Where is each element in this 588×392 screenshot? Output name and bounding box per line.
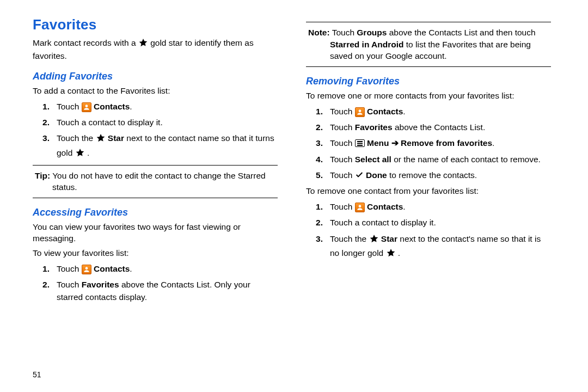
removing-lead2: To remove one contact from your favorite…: [306, 186, 551, 197]
list-item: Touch Contacts.: [306, 200, 551, 213]
gold-star-icon: [75, 148, 85, 161]
tip-label: Tip:: [35, 171, 50, 180]
contacts-icon: [82, 265, 91, 274]
check-icon: [355, 170, 364, 182]
grey-star-icon: [386, 248, 396, 261]
list-item: Touch Menu ➔ Remove from favorites.: [306, 137, 551, 149]
intro-before: Mark contact records with a: [33, 38, 138, 47]
list-item: Touch Done to remove the contacts.: [306, 169, 551, 182]
list-item: Touch Contacts.: [33, 262, 278, 275]
menu-icon: [355, 139, 365, 147]
list-item: Touch Favorites above the Contacts List.: [306, 121, 551, 133]
section-title: Favorites: [33, 16, 278, 33]
gold-star-icon: [138, 38, 148, 51]
list-item: Touch Favorites above the Contacts List.…: [33, 278, 278, 304]
intro-text: Mark contact records with a gold star to…: [33, 38, 278, 62]
list-item: Touch Contacts.: [306, 105, 551, 118]
removing-heading: Removing Favorites: [306, 76, 551, 87]
accessing-steps: Touch Contacts. Touch Favorites above th…: [33, 262, 278, 304]
accessing-heading: Accessing Favorites: [33, 207, 278, 218]
right-column: Note: Touch Groups above the Contacts Li…: [306, 16, 551, 307]
grey-star-icon: [96, 133, 106, 146]
gold-star-icon: [369, 234, 379, 247]
contacts-label: Contacts: [94, 102, 130, 111]
list-item: Touch Select all or the name of each con…: [306, 153, 551, 166]
removing-steps-2: Touch Contacts. Touch a contact to displ…: [306, 200, 551, 261]
left-column: Favorites Mark contact records with a go…: [33, 16, 278, 307]
list-item: Touch a contact to display it.: [306, 216, 551, 229]
note-label: Note:: [308, 28, 330, 37]
note-box: Note: Touch Groups above the Contacts Li…: [306, 22, 551, 67]
list-item: Touch a contact to display it.: [33, 116, 278, 128]
contacts-icon: [355, 107, 365, 117]
adding-heading: Adding Favorites: [33, 71, 278, 82]
contacts-icon: [355, 203, 365, 212]
list-item: Touch the Star next to the contact's nam…: [306, 232, 551, 261]
removing-steps-1: Touch Contacts. Touch Favorites above th…: [306, 105, 551, 182]
adding-steps: Touch Contacts. Touch a contact to displ…: [33, 100, 278, 161]
removing-lead1: To remove one or more contacts from your…: [306, 90, 551, 102]
list-item: Touch Contacts.: [33, 100, 278, 113]
list-item: Touch the Star next to the contact name …: [33, 132, 278, 161]
contacts-icon: [82, 102, 91, 112]
tip-text: You do not have to edit the contact to c…: [50, 171, 266, 192]
tip-box: Tip: You do not have to edit the contact…: [33, 165, 278, 198]
adding-lead: To add a contact to the Favorites list:: [33, 85, 278, 97]
accessing-lead: You can view your favorites two ways for…: [33, 222, 278, 244]
page-number: 51: [33, 370, 41, 379]
accessing-sub: To view your favorites list:: [33, 248, 278, 259]
